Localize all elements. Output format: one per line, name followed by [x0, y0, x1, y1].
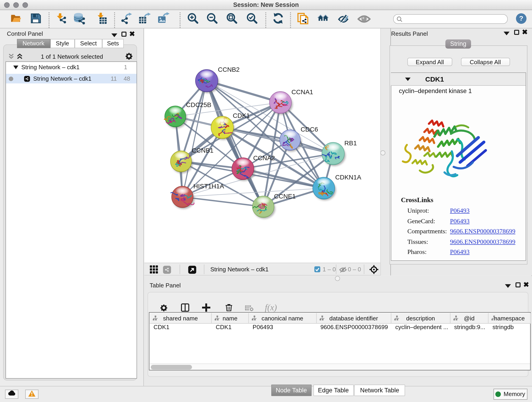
svg-text:CCNB2: CCNB2: [218, 66, 240, 73]
svg-text:CDKN1A: CDKN1A: [335, 174, 361, 181]
svg-text:CDK1: CDK1: [233, 112, 250, 119]
svg-text:CCNE1: CCNE1: [274, 193, 296, 200]
svg-text:CCNA1: CCNA1: [291, 89, 313, 96]
svg-text:CDC6: CDC6: [301, 126, 318, 133]
svg-text:CCNA2: CCNA2: [253, 154, 275, 162]
svg-text:HIST1H1A: HIST1H1A: [193, 183, 224, 190]
svg-text:CDC25B: CDC25B: [186, 101, 211, 108]
svg-text:CCNB1: CCNB1: [192, 147, 214, 154]
svg-text:RB1: RB1: [344, 140, 357, 147]
